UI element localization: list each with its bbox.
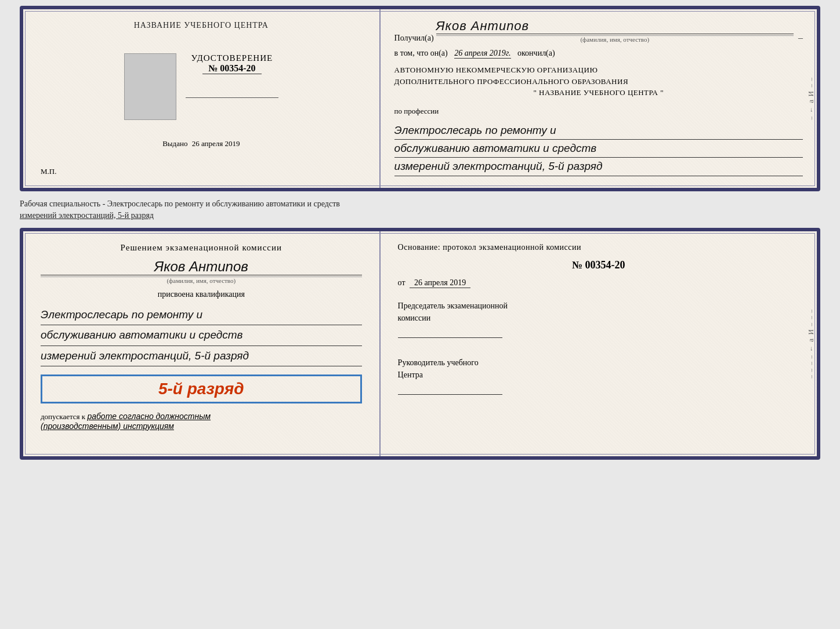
dopuskaetsya-prefix: допускается к (41, 412, 85, 421)
side-marks: – – И а ← – (806, 9, 816, 188)
razryad-box: 5-й разряд (41, 375, 362, 403)
bottom-side-mark-1: – (808, 310, 814, 313)
recipient-name: Яков Антипов (436, 19, 794, 34)
bottom-side-mark-3: – (808, 323, 814, 326)
side-mark-2: – (808, 84, 814, 88)
udostoverenie-label: УДОСТОВЕРЕНИЕ (186, 53, 278, 63)
bottom-diploma-card: Решением экзаменационной комиссии Яков А… (20, 228, 820, 460)
org-line2: ДОПОЛНИТЕЛЬНОГО ПРОФЕССИОНАЛЬНОГО ОБРАЗО… (394, 76, 803, 88)
rukovoditel-signature-line (398, 383, 502, 395)
bottom-side-mark-2: – (808, 316, 814, 319)
top-right-panel: Получил(а) Яков Антипов (фамилия, имя, о… (381, 9, 817, 188)
vydano-label: Выдано (162, 139, 187, 148)
poluchil-label: Получил(а) (394, 34, 434, 43)
bottom-side-mark-7: – (808, 355, 814, 359)
qualification-block: Электрослесарь по ремонту и обслуживанию… (41, 305, 362, 366)
fio-hint-top: (фамилия, имя, отчество) (436, 35, 794, 43)
rukovoditel-label: Руководитель учебного Центра (398, 357, 799, 381)
okonchil-label: окончил(а) (517, 49, 555, 57)
bottom-side-mark-9: – (808, 369, 814, 372)
bottom-side-mark-10: – (808, 375, 814, 379)
ot-label: от (398, 278, 405, 287)
udostoverenie-block: УДОСТОВЕРЕНИЕ № 00354-20 (186, 53, 278, 98)
protocol-date-value: 26 апреля 2019 (410, 278, 470, 288)
prisvoena-label: присвоена квалификация (41, 290, 362, 299)
bottom-person-name: Яков Антипов (41, 259, 362, 275)
udostoverenie-number: № 00354-20 (202, 63, 261, 74)
osnovanie-header: Основание: протокол экзаменационной коми… (398, 243, 799, 252)
top-left-panel: НАЗВАНИЕ УЧЕБНОГО ЦЕНТРА УДОСТОВЕРЕНИЕ №… (23, 9, 381, 188)
profession-line3: измерений электростанций, 5-й разряд (394, 158, 803, 176)
bottom-right-panel: Основание: протокол экзаменационной коми… (381, 231, 817, 456)
side-mark-6: – (808, 117, 814, 120)
date-line: в том, что он(а) 26 апреля 2019г. окончи… (394, 49, 803, 59)
recipient-line: Получил(а) Яков Антипов (фамилия, имя, о… (394, 19, 803, 43)
org-name: " НАЗВАНИЕ УЧЕБНОГО ЦЕНТРА " (394, 87, 803, 99)
bottom-side-mark-5: а (806, 339, 816, 342)
komissia-header: Решением экзаменационной комиссии (41, 243, 362, 253)
bottom-side-mark-8: – (808, 362, 814, 365)
side-mark-4: а (806, 100, 816, 103)
dopuskaetsya-text: работе согласно должностным (87, 412, 211, 421)
qual-line2: обслуживанию автоматики и средств (41, 325, 362, 346)
dopuskaetsya-text2: (производственным) инструкциям (41, 421, 362, 431)
rukovoditel-line2: Центра (398, 369, 799, 381)
vtom-label: в том, что он(а) (394, 49, 448, 57)
predsedatel-block: Председатель экзаменационной комиссии (398, 300, 799, 345)
profession-line1: Электрослесарь по ремонту и (394, 122, 803, 140)
protocol-number: № 00354-20 (398, 259, 799, 271)
middle-line1: Рабочая специальность - Электрослесарь п… (20, 198, 820, 210)
profession-block: Электрослесарь по ремонту и обслуживанию… (394, 122, 803, 176)
qual-line1: Электрослесарь по ремонту и (41, 305, 362, 325)
vydano-line: Выдано 26 апреля 2019 (162, 139, 240, 148)
protocol-date: от 26 апреля 2019 (398, 278, 799, 288)
rukovoditel-line1: Руководитель учебного (398, 357, 799, 369)
middle-line2: измерений электростанций, 5-й разряд (20, 210, 820, 221)
predsedatel-label: Председатель экзаменационной комиссии (398, 300, 799, 324)
bottom-side-mark-6: ← (808, 346, 814, 352)
predsedatel-line1: Председатель экзаменационной (398, 300, 799, 312)
photo-placeholder (124, 53, 176, 120)
profession-line2: обслуживанию автоматики и средств (394, 140, 803, 158)
razryad-text: 5-й разряд (50, 380, 352, 398)
name-with-sub: Яков Антипов (фамилия, имя, отчество) (436, 19, 794, 43)
po-professii: по профессии (394, 107, 803, 116)
bottom-fio-hint: (фамилия, имя, отчество) (41, 277, 362, 284)
dopuskaetsya-block: допускается к работе согласно должностны… (41, 412, 362, 431)
side-mark-5: ← (808, 107, 814, 113)
predsedatel-signature-line (398, 326, 502, 338)
vydano-date: 26 апреля 2019 (192, 139, 240, 148)
side-mark-1: – (808, 78, 814, 81)
middle-text: Рабочая специальность - Электрослесарь п… (20, 196, 820, 223)
vtom-date: 26 апреля 2019г. (454, 49, 510, 59)
dash: – (798, 32, 803, 43)
side-mark-3: И (806, 91, 816, 96)
top-diploma-card: НАЗВАНИЕ УЧЕБНОГО ЦЕНТРА УДОСТОВЕРЕНИЕ №… (20, 6, 820, 191)
bottom-side-marks: – – – И а ← – – – – (806, 231, 816, 456)
top-title: НАЗВАНИЕ УЧЕБНОГО ЦЕНТРА (134, 21, 269, 30)
qual-line3: измерений электростанций, 5-й разряд (41, 346, 362, 366)
org-block: АВТОНОМНУЮ НЕКОММЕРЧЕСКУЮ ОРГАНИЗАЦИЮ ДО… (394, 64, 803, 99)
bottom-left-panel: Решением экзаменационной комиссии Яков А… (23, 231, 381, 456)
mp-line: М.П. (41, 167, 56, 176)
rukovoditel-block: Руководитель учебного Центра (398, 357, 799, 402)
bottom-person-block: Яков Антипов (фамилия, имя, отчество) (41, 259, 362, 284)
middle-line2-underline: измерений электростанций, 5-й разряд (20, 211, 154, 220)
predsedatel-line2: комиссии (398, 312, 799, 324)
org-line1: АВТОНОМНУЮ НЕКОММЕРЧЕСКУЮ ОРГАНИЗАЦИЮ (394, 64, 803, 76)
bottom-side-mark-4: И (806, 329, 816, 335)
